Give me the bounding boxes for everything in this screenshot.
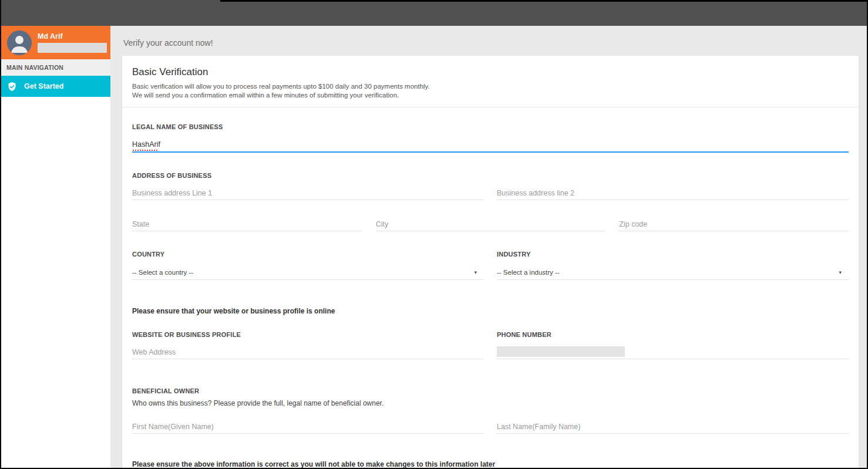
dropdown-caret-icon: ▾: [474, 269, 477, 275]
address-line1-cell: ADDRESS OF BUSINESS: [132, 172, 484, 200]
zip-input[interactable]: [619, 217, 849, 231]
website-online-note: Please ensure that your website or busin…: [132, 307, 849, 315]
country-select[interactable]: -- Select a country -- ▾: [132, 265, 484, 280]
user-email-redacted: [38, 43, 107, 53]
address-line1-input[interactable]: [132, 186, 484, 200]
card-title: Basic Verification: [132, 66, 849, 78]
address-label: ADDRESS OF BUSINESS: [132, 172, 484, 179]
legal-name-row: LEGAL NAME OF BUSINESS: [132, 121, 849, 153]
legal-name-input[interactable]: [132, 137, 849, 153]
app-window: Md Arif MAIN NAVIGATION Get Started Veri…: [0, 0, 868, 469]
website-cell: WEBSITE OR BUSINESS PROFILE: [132, 331, 484, 359]
sidebar-item-label: Get Started: [24, 82, 63, 90]
card-description-line2: We will send you a confirmation email wi…: [132, 91, 849, 100]
state-input[interactable]: [132, 217, 362, 231]
beneficial-owner-label: BENEFICIAL OWNER: [132, 387, 199, 394]
user-info: Md Arif: [38, 32, 105, 53]
sidebar-item-get-started[interactable]: Get Started: [1, 76, 110, 97]
industry-cell: INDUSTRY -- Select a industry -- ▾: [497, 251, 849, 280]
owner-names-row: [132, 420, 849, 434]
user-name: Md Arif: [38, 32, 105, 41]
verification-form: LEGAL NAME OF BUSINESS ADDRESS OF BUSINE…: [122, 121, 859, 469]
person-icon: [7, 31, 32, 55]
last-name-input[interactable]: [497, 420, 849, 434]
card-divider: [122, 107, 859, 107]
card-description-line1: Basic verification will allow you to pro…: [132, 82, 849, 91]
phone-label: PHONE NUMBER: [497, 331, 849, 338]
main-content: Verify your account now! Basic Verificat…: [110, 26, 867, 468]
sidebar-body: [1, 97, 110, 468]
beneficial-owner-section: BENEFICIAL OWNER Who owns this business?…: [132, 385, 849, 407]
country-cell: COUNTRY -- Select a country -- ▾: [132, 251, 484, 280]
phone-cell: PHONE NUMBER: [497, 331, 849, 359]
country-industry-row: COUNTRY -- Select a country -- ▾ INDUSTR…: [132, 251, 849, 280]
country-select-value: -- Select a country --: [132, 269, 193, 276]
website-phone-row: WEBSITE OR BUSINESS PROFILE PHONE NUMBER: [132, 331, 849, 359]
legal-name-field: [132, 137, 849, 153]
legal-name-label: LEGAL NAME OF BUSINESS: [132, 123, 223, 130]
country-label: COUNTRY: [132, 251, 484, 258]
state-city-zip-row: [132, 217, 849, 231]
window-topbar: [1, 0, 867, 26]
address-line2-input[interactable]: [497, 186, 849, 200]
avatar: [7, 31, 32, 55]
industry-label: INDUSTRY: [497, 251, 849, 258]
confirm-note: Please ensure the above information is c…: [132, 460, 849, 468]
city-input[interactable]: [376, 217, 605, 231]
sidebar-nav-header: MAIN NAVIGATION: [1, 59, 110, 76]
address-line2-cell: [497, 186, 849, 200]
first-name-input[interactable]: [132, 420, 484, 434]
website-label: WEBSITE OR BUSINESS PROFILE: [132, 331, 484, 338]
phone-input[interactable]: [497, 345, 849, 359]
industry-select[interactable]: -- Select a industry -- ▾: [497, 265, 849, 280]
sidebar: Md Arif MAIN NAVIGATION Get Started: [1, 26, 110, 468]
phone-value-redacted: [497, 346, 625, 357]
shield-check-icon: [7, 82, 17, 92]
verification-card: Basic Verification Basic verification wi…: [122, 56, 859, 469]
page-title: Verify your account now!: [123, 38, 859, 48]
card-header: Basic Verification Basic verification wi…: [122, 56, 859, 100]
website-input[interactable]: [132, 345, 484, 359]
window-top-edge: [220, 0, 867, 2]
address-row: ADDRESS OF BUSINESS: [132, 172, 849, 200]
industry-select-value: -- Select a industry --: [497, 269, 560, 276]
user-panel: Md Arif: [1, 26, 110, 59]
spellcheck-squiggle: [133, 150, 157, 151]
beneficial-owner-description: Who owns this business? Please provide t…: [132, 399, 849, 407]
dropdown-caret-icon: ▾: [839, 269, 842, 275]
